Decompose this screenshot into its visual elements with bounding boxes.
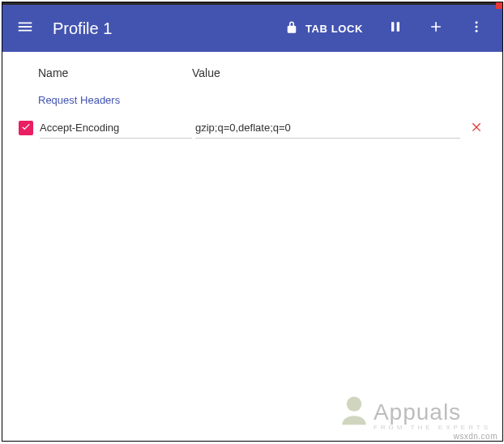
svg-point-0 [476,21,478,23]
delete-row-button[interactable] [465,117,488,139]
pause-button[interactable] [379,12,412,45]
tab-lock-label: TAB LOCK [305,23,363,35]
header-value-input[interactable]: gzip;q=0,deflate;q=0 [195,117,460,139]
plus-icon [428,19,444,38]
more-vert-icon [469,19,484,37]
header-row: Accept-Encoding gzip;q=0,deflate;q=0 [17,116,488,140]
watermark-url: wsxdn.com [453,432,498,441]
column-name-label: Name [38,66,192,79]
window-close-corner[interactable] [496,2,502,9]
watermark-brand: Appuals [374,401,491,424]
watermark-tagline: FROM THE EXPERTS [374,424,491,431]
lock-icon [284,20,299,37]
row-checkbox[interactable] [19,121,33,135]
tab-lock-button[interactable]: TAB LOCK [276,20,371,37]
profile-title: Profile 1 [53,19,268,38]
content-area: Name Value Request Headers Accept-Encodi… [2,52,502,140]
menu-button[interactable] [9,12,41,45]
svg-point-3 [347,397,361,412]
column-headers: Name Value [17,66,488,79]
watermark: Appuals FROM THE EXPERTS [336,392,491,431]
app-header: Profile 1 TAB LOCK [2,5,502,52]
add-button[interactable] [420,12,452,45]
column-value-label: Value [192,66,220,79]
more-button[interactable] [460,12,493,45]
section-request-headers: Request Headers [17,94,488,106]
check-icon [20,121,32,135]
close-icon [470,120,483,136]
watermark-logo-icon [336,392,372,431]
pause-icon [387,19,404,38]
header-name-input[interactable]: Accept-Encoding [40,117,192,139]
hamburger-icon [16,18,34,39]
svg-point-2 [476,30,478,32]
svg-point-1 [476,26,478,28]
